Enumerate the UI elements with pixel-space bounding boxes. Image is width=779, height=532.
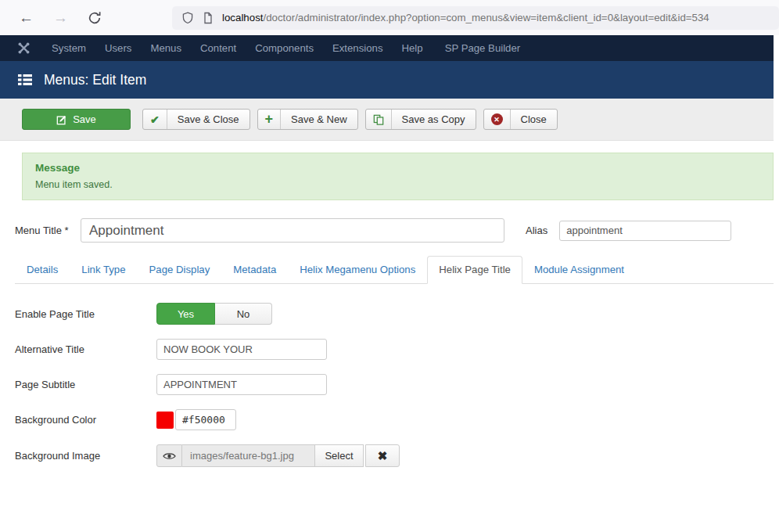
list-icon [17, 72, 33, 88]
browser-toolbar: ← → localhost/doctor/administrator/index… [0, 0, 779, 35]
menu-users[interactable]: Users [105, 42, 131, 54]
select-image-button[interactable]: Select [315, 444, 364, 467]
background-image-row: Background Image Select ✖ [15, 444, 779, 467]
background-color-row: Background Color [15, 409, 779, 430]
url-text: localhost/doctor/administrator/index.php… [222, 12, 709, 23]
background-color-input[interactable] [175, 409, 236, 430]
joomla-logo-icon[interactable] [17, 41, 31, 55]
success-message: Message Menu item saved. [22, 153, 774, 200]
color-swatch[interactable] [156, 412, 174, 429]
screen: ← → localhost/doctor/administrator/index… [0, 0, 779, 532]
edit-tabs: Details Link Type Page Display Metadata … [15, 256, 774, 284]
tab-metadata[interactable]: Metadata [221, 256, 288, 284]
tab-helix-megamenu-options[interactable]: Helix Megamenu Options [288, 256, 427, 284]
alternative-title-label: Alternative Title [15, 343, 156, 355]
enable-page-title-row: Enable Page Title Yes No [15, 303, 779, 325]
title-alias-row: Menu Title * Alias [0, 218, 779, 243]
alias-input[interactable] [559, 221, 731, 241]
page-title: Menus: Edit Item [44, 72, 146, 88]
url-host: localhost [222, 12, 263, 23]
background-image-label: Background Image [15, 450, 156, 462]
tab-content: Enable Page Title Yes No Alternative Tit… [0, 303, 779, 467]
save-button[interactable]: Save [22, 109, 131, 130]
close-button[interactable]: ✕ Close [483, 109, 558, 130]
message-title: Message [35, 162, 773, 174]
tab-link-type[interactable]: Link Type [70, 256, 137, 284]
close-label: Close [511, 113, 557, 125]
page-subtitle-input[interactable] [156, 374, 327, 395]
menu-title-label: Menu Title * [15, 225, 81, 236]
menu-menus[interactable]: Menus [150, 42, 181, 54]
edit-icon [56, 114, 67, 125]
save-close-button[interactable]: ✔ Save & Close [142, 109, 250, 130]
menu-system[interactable]: System [52, 42, 86, 54]
color-picker [156, 409, 236, 430]
page-subtitle-label: Page Subtitle [15, 379, 156, 390]
save-copy-label: Save as Copy [392, 113, 476, 125]
background-image-input[interactable] [182, 444, 315, 467]
message-body: Menu item saved. [35, 179, 773, 190]
alternative-title-row: Alternative Title [15, 339, 779, 360]
save-button-label: Save [73, 113, 96, 125]
enable-page-title-label: Enable Page Title [15, 308, 156, 320]
back-icon[interactable]: ← [19, 9, 33, 27]
enable-page-title-toggle: Yes No [156, 303, 272, 325]
tab-details[interactable]: Details [15, 256, 70, 284]
preview-eye-icon[interactable] [156, 444, 182, 467]
menu-help[interactable]: Help [402, 42, 423, 54]
menu-title-input[interactable] [81, 218, 504, 243]
tab-helix-page-title[interactable]: Helix Page Title [427, 256, 522, 284]
save-copy-button[interactable]: Save as Copy [365, 109, 476, 130]
media-field: Select ✖ [156, 444, 400, 467]
save-new-label: Save & New [281, 113, 357, 125]
close-circle-icon: ✕ [484, 110, 511, 129]
toggle-yes-button[interactable]: Yes [156, 303, 215, 325]
menu-sp-page-builder[interactable]: SP Page Builder [445, 42, 521, 54]
check-icon: ✔ [143, 110, 167, 129]
plus-icon: + [258, 110, 282, 129]
background-color-label: Background Color [15, 414, 156, 426]
clear-x-icon: ✖ [378, 449, 388, 463]
save-close-label: Save & Close [167, 113, 249, 125]
menu-extensions[interactable]: Extensions [332, 42, 383, 54]
copy-icon [366, 110, 392, 129]
alternative-title-input[interactable] [156, 339, 327, 360]
menu-components[interactable]: Components [255, 42, 314, 54]
clear-image-button[interactable]: ✖ [365, 444, 400, 467]
toolbar: Save ✔ Save & Close + Save & New Save as… [0, 99, 774, 141]
url-path: /doctor/administrator/index.php?option=c… [263, 12, 709, 23]
page-info-icon[interactable] [202, 12, 214, 24]
shield-icon[interactable] [181, 12, 194, 24]
tab-page-display[interactable]: Page Display [138, 256, 222, 284]
refresh-icon[interactable] [88, 11, 102, 25]
tab-module-assignment[interactable]: Module Assignment [522, 256, 636, 284]
forward-icon: → [53, 9, 67, 27]
page-header: Menus: Edit Item [0, 61, 774, 99]
save-new-button[interactable]: + Save & New [257, 109, 358, 130]
page-subtitle-row: Page Subtitle [15, 374, 779, 395]
menu-content[interactable]: Content [200, 42, 236, 54]
address-bar[interactable]: localhost/doctor/administrator/index.php… [172, 6, 779, 30]
admin-menubar: System Users Menus Content Components Ex… [0, 35, 774, 61]
alias-label: Alias [526, 225, 547, 236]
toggle-no-button[interactable]: No [215, 303, 272, 325]
